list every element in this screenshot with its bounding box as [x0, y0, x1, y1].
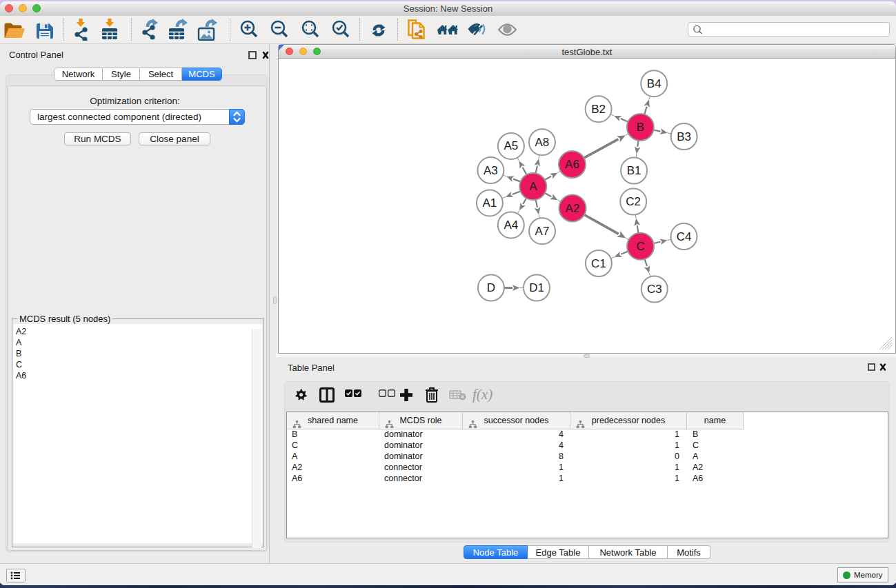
svg-text:A: A — [529, 180, 537, 193]
svg-text:A2: A2 — [566, 202, 580, 215]
svg-text:C2: C2 — [626, 195, 641, 208]
svg-text:B2: B2 — [591, 103, 606, 116]
svg-text:A3: A3 — [484, 164, 498, 177]
svg-text:B4: B4 — [647, 77, 661, 90]
svg-text:B1: B1 — [627, 164, 641, 177]
svg-text:A8: A8 — [535, 136, 550, 149]
svg-text:C1: C1 — [591, 257, 606, 270]
svg-text:D: D — [487, 281, 495, 294]
svg-text:B: B — [637, 121, 644, 134]
svg-text:C: C — [636, 240, 644, 253]
svg-text:A1: A1 — [483, 196, 497, 210]
svg-text:A4: A4 — [504, 219, 518, 232]
svg-text:A5: A5 — [504, 139, 519, 152]
svg-text:C3: C3 — [647, 283, 662, 296]
svg-text:A6: A6 — [565, 158, 579, 171]
svg-text:A7: A7 — [535, 225, 550, 238]
svg-text:D1: D1 — [529, 281, 544, 294]
svg-text:B3: B3 — [677, 130, 691, 143]
svg-text:C4: C4 — [677, 230, 692, 243]
